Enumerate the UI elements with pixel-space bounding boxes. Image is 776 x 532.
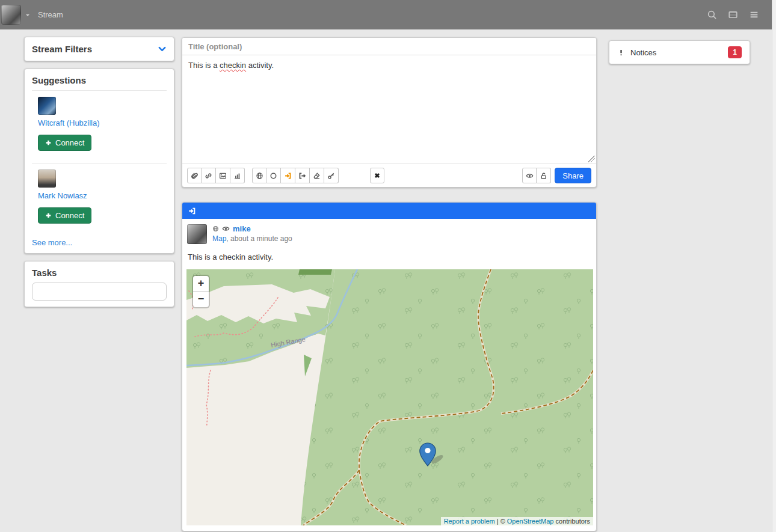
eye-icon[interactable]: [222, 225, 230, 233]
composer-toolbar: Share: [182, 164, 596, 187]
see-more-link[interactable]: See more...: [32, 238, 72, 247]
tasks-widget: Tasks: [24, 261, 174, 307]
preview-icon[interactable]: [522, 168, 537, 183]
connect-button[interactable]: Connect: [38, 207, 91, 224]
stream-filters-toggle[interactable]: Stream Filters: [25, 37, 174, 61]
resize-handle[interactable]: [588, 156, 595, 162]
post-item: mike Map, about a minute ago This is a c…: [182, 202, 597, 531]
paperclip-icon[interactable]: [187, 168, 202, 183]
plus-icon: [45, 139, 52, 146]
globe-icon: [212, 225, 219, 232]
main-column: This is a checkin activity.: [182, 29, 597, 531]
menu-icon[interactable]: [749, 10, 759, 20]
search-icon[interactable]: [707, 10, 717, 20]
suggestions-widget: Suggestions Witcraft (Hubzilla) Connect …: [24, 69, 174, 254]
attribution-text: | ©: [495, 518, 507, 525]
link-icon[interactable]: [202, 168, 216, 183]
post-app-header: [182, 203, 596, 219]
map-zoom-control: + −: [193, 276, 209, 307]
exclamation-icon: [617, 49, 625, 57]
map-tiles: High Range: [186, 269, 593, 525]
suggestion-avatar[interactable]: [38, 97, 56, 115]
app-link[interactable]: Map: [212, 234, 226, 243]
left-sidebar: Stream Filters Suggestions Witcraft (Hub…: [24, 29, 174, 307]
poll-icon[interactable]: [230, 168, 245, 183]
task-input[interactable]: [32, 283, 167, 301]
unlock-icon[interactable]: [537, 168, 551, 183]
grid-view-icon[interactable]: [728, 10, 738, 20]
suggestions-title: Suggestions: [32, 75, 167, 85]
share-button[interactable]: Share: [555, 168, 591, 183]
post-body: mike Map, about a minute ago This is a c…: [182, 219, 596, 531]
chevron-down-icon[interactable]: [158, 44, 167, 54]
key-icon[interactable]: [324, 168, 339, 183]
composer-text: activity.: [246, 61, 274, 70]
stream-filters-widget: Stream Filters: [24, 37, 174, 61]
checkin-icon[interactable]: [281, 168, 295, 183]
globe-icon[interactable]: [252, 168, 266, 183]
zoom-out-button[interactable]: −: [193, 292, 209, 307]
checkin-icon: [188, 207, 196, 215]
eraser-icon[interactable]: [310, 168, 324, 183]
circle-icon[interactable]: [266, 168, 281, 183]
attribution-text: contributors: [553, 518, 590, 525]
channel-avatar[interactable]: [1, 5, 21, 25]
checkout-icon[interactable]: [295, 168, 310, 183]
author-avatar[interactable]: [187, 224, 207, 244]
author-name-link[interactable]: mike: [233, 224, 251, 233]
connect-button[interactable]: Connect: [38, 135, 91, 151]
post-title-input[interactable]: [182, 38, 596, 55]
caret-down-icon[interactable]: [25, 12, 31, 18]
right-sidebar: Notices 1: [609, 29, 750, 64]
suggestion-avatar[interactable]: [38, 170, 56, 188]
page-content: Stream Filters Suggestions Witcraft (Hub…: [0, 29, 776, 532]
notices-widget: Notices 1: [609, 40, 750, 64]
zoom-in-button[interactable]: +: [193, 276, 209, 292]
page-title: Stream: [38, 10, 63, 19]
suggestion-name-link[interactable]: Witcraft (Hubzilla): [38, 118, 167, 127]
composer-text: This is a: [188, 61, 220, 70]
post-text: This is a checkin activity.: [188, 252, 591, 261]
osm-link[interactable]: OpenStreetMap: [507, 518, 554, 525]
post-timestamp: , about a minute ago: [226, 234, 292, 243]
image-icon[interactable]: [216, 168, 230, 183]
connect-label: Connect: [55, 211, 84, 220]
plus-icon: [45, 212, 52, 219]
report-problem-link[interactable]: Report a problem: [444, 518, 495, 525]
scrollbar[interactable]: [772, 0, 776, 532]
post-body-textarea[interactable]: This is a checkin activity.: [182, 55, 596, 164]
tasks-title: Tasks: [32, 268, 167, 278]
cancel-icon[interactable]: [370, 168, 384, 183]
connect-label: Connect: [55, 138, 84, 147]
notices-count-badge: 1: [728, 46, 742, 58]
post-composer: This is a checkin activity.: [182, 37, 597, 188]
notices-title: Notices: [630, 48, 656, 57]
suggestion-item: Witcraft (Hubzilla) Connect: [32, 90, 167, 158]
top-navbar: Stream: [0, 0, 776, 29]
map-attribution: Report a problem | © OpenStreetMap contr…: [441, 517, 593, 525]
composer-misspelled-word: checkin: [220, 61, 246, 70]
hubzilla-stream-page: Stream Stream Filters Sugges: [0, 0, 776, 532]
notices-toggle[interactable]: Notices 1: [609, 41, 750, 64]
suggestion-item: Mark Nowiasz Connect: [32, 163, 167, 231]
suggestion-name-link[interactable]: Mark Nowiasz: [38, 191, 167, 200]
stream-filters-title: Stream Filters: [32, 44, 92, 54]
checkin-map[interactable]: High Range + −: [186, 269, 593, 525]
